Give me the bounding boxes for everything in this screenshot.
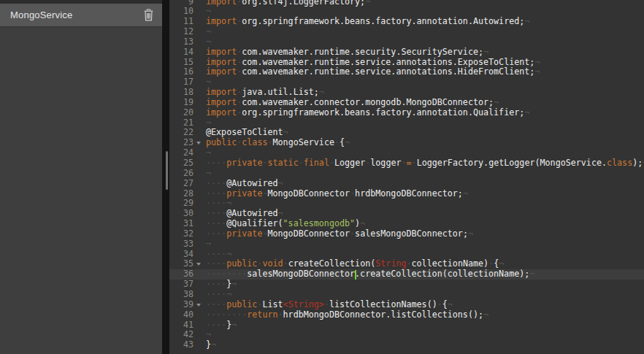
code-line[interactable]: 42¬ xyxy=(169,330,644,340)
delete-service-button[interactable] xyxy=(140,7,156,23)
gutter-spacer xyxy=(193,148,206,158)
gutter-spacer xyxy=(193,330,206,340)
gutter-spacer xyxy=(193,219,206,229)
line-end-marker: ¬ xyxy=(483,47,488,57)
code-line[interactable]: 43}¬ xyxy=(169,340,644,350)
code-line[interactable]: 28····private·MongoDBConnector·hrdbMongo… xyxy=(169,189,644,199)
line-end-marker: ¬ xyxy=(206,118,211,128)
line-number[interactable]: 43 xyxy=(169,340,193,350)
code-line[interactable]: 21¬ xyxy=(169,118,644,128)
line-number[interactable]: 10 xyxy=(169,7,193,17)
line-number[interactable]: 28 xyxy=(169,189,193,199)
line-end-marker: ¬ xyxy=(463,188,468,199)
splitter-scroll-handle[interactable] xyxy=(166,151,168,190)
line-number[interactable]: 26 xyxy=(169,169,193,179)
code-line[interactable]: 25····private·static·final·Logger·logger… xyxy=(169,158,644,169)
line-end-marker: ¬ xyxy=(319,87,324,97)
panel-splitter[interactable] xyxy=(162,0,169,354)
code-line[interactable]: 11import·org.springframework.beans.facto… xyxy=(169,17,644,27)
line-number[interactable]: 37 xyxy=(169,280,193,290)
line-number[interactable]: 14 xyxy=(169,47,193,58)
line-number[interactable]: 32 xyxy=(169,229,193,239)
line-number[interactable]: 17 xyxy=(169,77,193,88)
code-line[interactable]: 35····public·void·createCollection(Strin… xyxy=(169,259,644,269)
code-text: ····private·MongoDBConnector·hrdbMongoDB… xyxy=(206,188,468,199)
line-number[interactable]: 31 xyxy=(169,219,193,229)
line-number[interactable]: 20 xyxy=(169,108,193,118)
line-number[interactable]: 38 xyxy=(169,290,193,300)
line-number[interactable]: 18 xyxy=(169,88,193,98)
line-number[interactable]: 42 xyxy=(169,330,193,340)
fold-toggle[interactable] xyxy=(193,259,206,269)
line-number[interactable]: 27 xyxy=(169,179,193,189)
line-number[interactable]: 36 xyxy=(169,269,193,280)
line-number[interactable]: 39 xyxy=(169,300,193,310)
code-line[interactable]: 30····@Autowired¬ xyxy=(169,209,644,219)
code-line[interactable]: 31····@Qualifier("salesmongodb")¬ xyxy=(169,219,644,229)
line-number[interactable]: 24 xyxy=(169,148,193,158)
code-line[interactable]: 29····¬ xyxy=(169,199,644,209)
code-line[interactable]: 22@ExposeToClient¬ xyxy=(169,128,644,138)
services-sidebar: MongoService xyxy=(0,0,162,354)
code-line[interactable]: 36········salesMongoDBConnector.createCo… xyxy=(169,269,644,280)
line-number[interactable]: 22 xyxy=(169,128,193,138)
code-line[interactable]: 14import·com.wavemaker.runtime.security.… xyxy=(169,47,644,58)
line-number[interactable]: 21 xyxy=(169,118,193,128)
line-number[interactable]: 34 xyxy=(169,250,193,260)
line-number[interactable]: 41 xyxy=(169,320,193,331)
line-number[interactable]: 25 xyxy=(169,158,193,169)
line-number[interactable]: 40 xyxy=(169,310,193,320)
line-number[interactable]: 12 xyxy=(169,27,193,37)
line-number[interactable]: 29 xyxy=(169,199,193,209)
code-lines: 9import·org.slf4j.LoggerFactory;¬10¬11im… xyxy=(169,0,644,350)
line-number[interactable]: 30 xyxy=(169,209,193,219)
line-number[interactable]: 23 xyxy=(169,138,193,148)
code-text: ¬ xyxy=(206,36,211,47)
gutter-spacer xyxy=(193,320,206,331)
code-line[interactable]: 9import·org.slf4j.LoggerFactory;¬ xyxy=(169,0,644,7)
fold-toggle[interactable] xyxy=(193,138,206,148)
code-line[interactable]: 32····private·MongoDBConnector·salesMong… xyxy=(169,229,644,239)
line-end-marker: ¬ xyxy=(206,26,211,36)
code-text: @ExposeToClient¬ xyxy=(206,127,288,137)
code-line[interactable]: 18import·java.util.List;¬ xyxy=(169,88,644,98)
service-list-item[interactable]: MongoService xyxy=(0,4,162,27)
code-line[interactable]: 33¬ xyxy=(169,239,644,250)
code-text: ····¬ xyxy=(206,198,231,208)
line-end-marker: ¬ xyxy=(226,289,231,299)
code-text: }¬ xyxy=(206,339,216,350)
code-line[interactable]: 17¬ xyxy=(169,77,644,88)
code-line[interactable]: 16import·com.wavemaker.runtime.service.a… xyxy=(169,67,644,77)
line-number[interactable]: 11 xyxy=(169,17,193,27)
code-line[interactable]: 37····}¬ xyxy=(169,280,644,290)
code-line[interactable]: 34····¬ xyxy=(169,250,644,260)
line-end-marker: ¬ xyxy=(206,239,211,249)
code-line[interactable]: 24¬ xyxy=(169,148,644,158)
code-line[interactable]: 40········return·hrdbMongoDBConnector.li… xyxy=(169,310,644,320)
code-line[interactable]: 12¬ xyxy=(169,27,644,37)
line-number[interactable]: 16 xyxy=(169,67,193,77)
code-text: ········return·hrdbMongoDBConnector.list… xyxy=(206,309,488,320)
fold-toggle[interactable] xyxy=(193,300,206,310)
line-number[interactable]: 19 xyxy=(169,98,193,108)
code-line[interactable]: 41····}¬ xyxy=(169,320,644,331)
code-line[interactable]: 23public·class·MongoService·{¬ xyxy=(169,138,644,148)
line-number[interactable]: 13 xyxy=(169,37,193,47)
code-line[interactable]: 10¬ xyxy=(169,7,644,17)
code-editor[interactable]: 9import·org.slf4j.LoggerFactory;¬10¬11im… xyxy=(169,0,644,354)
line-number[interactable]: 33 xyxy=(169,239,193,250)
line-number[interactable]: 35 xyxy=(169,259,193,269)
line-end-marker: ¬ xyxy=(231,279,237,289)
code-text: ¬ xyxy=(206,118,211,128)
gutter-spacer xyxy=(193,58,206,68)
code-line[interactable]: 39····public·List<String>·listCollection… xyxy=(169,300,644,310)
code-line[interactable]: 27····@Autowired¬ xyxy=(169,179,644,189)
line-number[interactable]: 15 xyxy=(169,58,193,68)
code-line[interactable]: 38····¬ xyxy=(169,290,644,300)
code-line[interactable]: 15import·com.wavemaker.runtime.service.a… xyxy=(169,58,644,68)
gutter-spacer xyxy=(193,108,206,118)
code-line[interactable]: 13¬ xyxy=(169,37,644,47)
code-line[interactable]: 26¬ xyxy=(169,169,644,179)
code-line[interactable]: 19import·com.wavemaker.connector.mongodb… xyxy=(169,98,644,108)
code-line[interactable]: 20import·org.springframework.beans.facto… xyxy=(169,108,644,118)
